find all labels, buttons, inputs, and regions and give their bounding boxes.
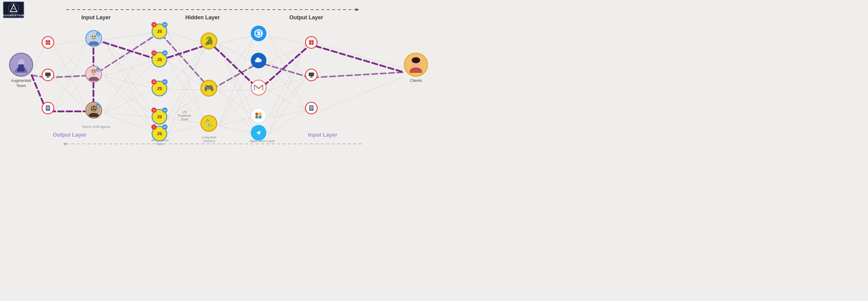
main-diagram: AUGMENTIUM bbox=[0, 0, 434, 150]
svg-line-17 bbox=[54, 40, 89, 110]
left-node-3 bbox=[41, 102, 54, 114]
svg-line-60 bbox=[219, 35, 255, 124]
svg-point-114 bbox=[92, 107, 93, 109]
logo-icon bbox=[8, 3, 19, 14]
svg-point-91 bbox=[48, 40, 50, 42]
input-layer-label: Input Layer bbox=[82, 14, 111, 21]
svg-line-26 bbox=[105, 60, 155, 76]
svg-point-131 bbox=[311, 42, 314, 45]
svg-line-76 bbox=[269, 111, 306, 118]
svg-line-12 bbox=[54, 46, 89, 76]
svg-rect-86 bbox=[18, 67, 25, 72]
svg-line-74 bbox=[269, 44, 306, 117]
svg-line-38 bbox=[168, 44, 207, 60]
svg-line-64 bbox=[219, 126, 255, 133]
svg-point-137 bbox=[311, 110, 312, 110]
tool-node-5: JS AI + bbox=[152, 126, 167, 141]
app-node-gmail bbox=[251, 80, 267, 95]
svg-line-21 bbox=[105, 40, 155, 60]
app-node-apple bbox=[251, 108, 267, 124]
svg-point-115 bbox=[94, 107, 96, 109]
svg-line-33 bbox=[105, 113, 155, 118]
svg-line-18 bbox=[54, 76, 89, 111]
svg-line-25 bbox=[105, 33, 155, 75]
connections-svg bbox=[0, 0, 434, 150]
svg-rect-134 bbox=[310, 77, 313, 78]
svg-line-62 bbox=[219, 90, 255, 125]
input-layer-bottom-label: Input Layer bbox=[308, 132, 337, 138]
ai-agent-1: AI bbox=[85, 30, 102, 47]
output-layer-bottom-label: Output Layer bbox=[53, 132, 87, 138]
svg-line-55 bbox=[219, 35, 255, 90]
clients-label: Clients bbox=[404, 78, 428, 83]
svg-line-72 bbox=[269, 78, 306, 90]
svg-line-61 bbox=[219, 63, 255, 125]
svg-line-22 bbox=[105, 41, 155, 89]
memory-node-1: 🐊 bbox=[200, 33, 217, 49]
clients: Clients bbox=[404, 53, 428, 83]
svg-line-27 bbox=[105, 76, 155, 89]
svg-line-24 bbox=[105, 42, 155, 132]
svg-text:AI: AI bbox=[97, 33, 99, 36]
svg-rect-85 bbox=[19, 64, 24, 67]
teams-ai-label: Teams of AI Agents bbox=[82, 125, 110, 129]
svg-rect-132 bbox=[309, 72, 314, 76]
logo-text: AUGMENTIUM bbox=[3, 14, 24, 17]
svg-line-11 bbox=[54, 40, 89, 44]
output-layer-label: Output Layer bbox=[289, 14, 323, 21]
svg-rect-94 bbox=[45, 72, 51, 76]
svg-rect-95 bbox=[47, 76, 49, 77]
svg-line-80 bbox=[320, 44, 404, 69]
svg-line-58 bbox=[219, 92, 255, 117]
svg-point-130 bbox=[309, 42, 311, 45]
right-node-2 bbox=[305, 69, 318, 81]
svg-line-14 bbox=[54, 40, 89, 78]
svg-line-15 bbox=[54, 76, 89, 79]
svg-line-29 bbox=[105, 78, 155, 132]
app-node-storage bbox=[251, 53, 267, 68]
svg-line-10 bbox=[32, 75, 44, 108]
svg-point-125 bbox=[255, 115, 258, 119]
svg-point-124 bbox=[258, 112, 261, 115]
right-node-1 bbox=[305, 36, 318, 49]
svg-point-93 bbox=[48, 42, 50, 45]
svg-line-30 bbox=[105, 33, 155, 111]
app-node-zoom bbox=[251, 26, 267, 41]
svg-line-32 bbox=[105, 89, 155, 112]
svg-line-79 bbox=[269, 111, 306, 134]
svg-line-50 bbox=[219, 35, 255, 44]
svg-point-92 bbox=[45, 42, 48, 45]
svg-rect-96 bbox=[46, 77, 50, 78]
svg-point-123 bbox=[255, 112, 258, 115]
app-node-telegram bbox=[251, 125, 267, 140]
svg-line-54 bbox=[219, 46, 255, 133]
svg-line-66 bbox=[269, 36, 306, 78]
svg-point-90 bbox=[45, 40, 48, 42]
svg-line-81 bbox=[320, 72, 404, 78]
svg-line-51 bbox=[219, 44, 255, 63]
tool-node-4: JS AI ⚙ bbox=[152, 109, 167, 125]
svg-line-65 bbox=[269, 35, 306, 44]
us-powered-tools-label: US Powered Tools bbox=[176, 110, 193, 121]
hidden-layer-label: Hidden Layer bbox=[185, 14, 220, 21]
svg-point-99 bbox=[48, 110, 48, 110]
memory-node-2: 🎮 bbox=[200, 80, 217, 97]
tool-node-2: JS AI M bbox=[152, 52, 167, 67]
svg-point-103 bbox=[94, 36, 96, 37]
svg-point-102 bbox=[92, 36, 93, 37]
svg-rect-133 bbox=[310, 76, 312, 77]
svg-line-63 bbox=[219, 117, 255, 126]
clients-avatar bbox=[408, 57, 424, 73]
left-node-2 bbox=[41, 69, 54, 81]
svg-text:AI: AI bbox=[97, 105, 99, 107]
svg-text:AI: AI bbox=[97, 69, 99, 71]
ai-agent-2: AI bbox=[85, 66, 102, 82]
svg-line-71 bbox=[269, 44, 306, 90]
svg-marker-7 bbox=[63, 142, 66, 145]
svg-line-69 bbox=[269, 63, 306, 78]
svg-point-129 bbox=[311, 40, 314, 42]
svg-point-101 bbox=[91, 34, 97, 40]
augmented-team-label: AugmentedTeam bbox=[9, 78, 33, 89]
svg-marker-5 bbox=[355, 8, 359, 11]
svg-rect-136 bbox=[310, 106, 313, 109]
